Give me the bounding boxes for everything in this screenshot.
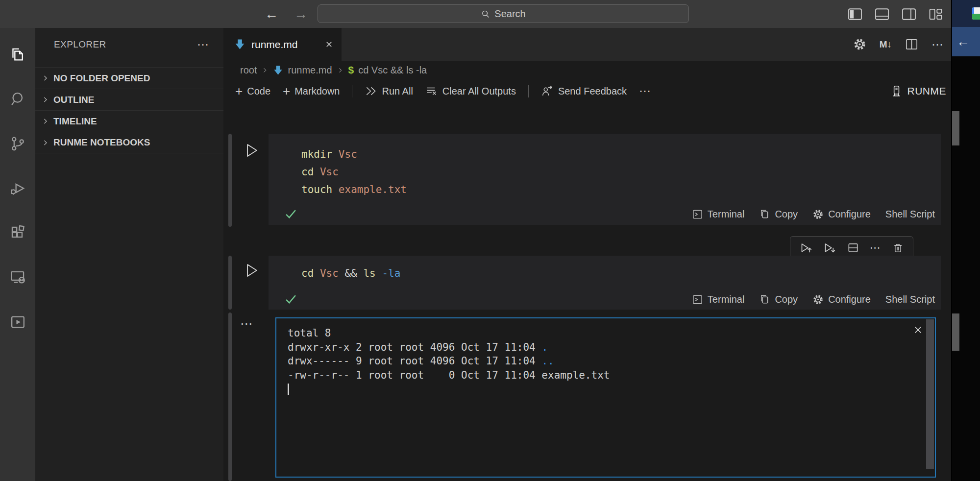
chevron-right-icon xyxy=(41,117,49,125)
terminal-cursor xyxy=(288,384,289,395)
cell1-run-button[interactable] xyxy=(243,142,260,159)
toggle-secondary-sidebar-icon[interactable] xyxy=(902,8,916,21)
breadcrumb-root[interactable]: root xyxy=(240,65,257,76)
extensions-icon[interactable] xyxy=(9,224,27,242)
toolbar-separator xyxy=(352,85,352,97)
calendar-app-icon xyxy=(972,7,980,20)
runme-brand-button[interactable]: RUNME xyxy=(890,84,947,98)
plus-icon: + xyxy=(235,86,243,96)
run-all-button[interactable]: Run All xyxy=(365,85,413,97)
cell2-terminal-button[interactable]: Terminal xyxy=(692,294,745,305)
cell2-focus-bar xyxy=(228,256,232,310)
notebook-settings-gear-icon[interactable] xyxy=(853,38,866,51)
vscode-window: ← → Search xyxy=(0,0,951,481)
execute-above-icon[interactable] xyxy=(800,241,813,255)
chevron-right-icon xyxy=(41,96,49,104)
chevron-right-icon xyxy=(41,139,49,147)
search-placeholder: Search xyxy=(494,8,525,20)
success-check-icon xyxy=(284,208,297,220)
nav-forward-icon[interactable]: → xyxy=(294,6,308,22)
notebook-toolbar: + Code + Markdown Run All xyxy=(223,79,951,103)
source-control-icon[interactable] xyxy=(9,135,27,153)
command-center-search[interactable]: Search xyxy=(318,4,689,23)
search-icon xyxy=(481,9,490,19)
runme-file-icon xyxy=(273,65,283,75)
open-as-markdown-icon[interactable]: M↓ xyxy=(880,39,892,50)
toolbar-more-actions-icon[interactable]: ⋯ xyxy=(639,84,652,98)
sidebar-section-outline[interactable]: OUTLINE xyxy=(35,89,223,110)
sidebar-section-timeline[interactable]: TIMELINE xyxy=(35,110,223,132)
breadcrumb-file[interactable]: runme.md xyxy=(288,65,332,76)
search-sidebar-icon[interactable] xyxy=(9,90,27,108)
adjacent-window-titlebar xyxy=(952,0,980,27)
cell1-terminal-button[interactable]: Terminal xyxy=(692,209,745,220)
cell1-code[interactable]: mkdir Vsc cd Vsc touch example.txt xyxy=(269,134,941,198)
execute-below-icon[interactable] xyxy=(823,241,836,255)
clear-all-outputs-button[interactable]: Clear All Outputs xyxy=(425,85,516,97)
add-markdown-cell-button[interactable]: + Markdown xyxy=(283,86,340,97)
cell-more-actions-icon[interactable]: ⋯ xyxy=(870,241,882,254)
section-label: OUTLINE xyxy=(53,95,94,105)
split-cell-icon[interactable] xyxy=(847,241,859,254)
runme-logo-icon xyxy=(890,84,903,98)
cell1-copy-button[interactable]: Copy xyxy=(759,209,798,220)
back-arrow-icon: ← xyxy=(956,34,970,49)
run-all-icon xyxy=(365,85,377,97)
notebook: mkdir Vsc cd Vsc touch example.txt Termi… xyxy=(223,103,951,481)
delete-cell-icon[interactable] xyxy=(892,242,904,254)
split-editor-icon[interactable] xyxy=(905,38,918,51)
nav-back-icon[interactable]: ← xyxy=(265,6,278,22)
section-label: NO FOLDER OPENED xyxy=(53,73,150,84)
cell-output[interactable]: total 8 drwxr-xr-x 2 root root 4096 Oct … xyxy=(275,317,936,478)
chevron-right-icon xyxy=(261,67,269,74)
output-focus-bar xyxy=(228,313,232,481)
cell2-run-button[interactable] xyxy=(243,262,260,279)
tab-runme-md[interactable]: runme.md xyxy=(223,28,342,61)
cell1-status-bar: Terminal Copy Configure xyxy=(269,203,941,225)
chevron-right-icon xyxy=(337,67,344,74)
section-label: TIMELINE xyxy=(53,116,97,127)
toggle-primary-sidebar-icon[interactable] xyxy=(848,8,862,21)
cell2-code[interactable]: cd Vsc && ls -la xyxy=(269,256,941,282)
sidebar-section-runme-notebooks[interactable]: RUNME NOTEBOOKS xyxy=(35,132,223,153)
cell1-configure-button[interactable]: Configure xyxy=(812,209,871,220)
adjacent-window-toolbar: ← xyxy=(952,27,980,56)
breadcrumb-command[interactable]: cd Vsc && ls -la xyxy=(358,65,427,76)
terminal-icon xyxy=(692,294,703,305)
customize-layout-icon[interactable] xyxy=(929,8,943,21)
sidebar-section-no-folder-opened[interactable]: NO FOLDER OPENED xyxy=(35,67,223,89)
explorer-icon[interactable] xyxy=(9,46,27,64)
editor-more-actions-icon[interactable]: ⋯ xyxy=(931,38,944,51)
runme-panel-icon[interactable] xyxy=(9,313,27,331)
section-label: RUNME NOTEBOOKS xyxy=(53,137,150,148)
copy-icon xyxy=(759,209,770,220)
close-output-icon[interactable] xyxy=(913,325,923,335)
sidebar-explorer: EXPLORER ⋯ NO FOLDER OPENED OUTLINE xyxy=(35,28,223,481)
code-cell-2[interactable]: cd Vsc && ls -la Terminal xyxy=(269,256,941,310)
tab-close-icon[interactable] xyxy=(324,40,334,49)
breadcrumb-prompt: $ xyxy=(348,64,354,76)
output-more-actions-icon[interactable]: ⋯ xyxy=(240,316,253,332)
remote-explorer-icon[interactable] xyxy=(9,268,27,287)
code-cell-1[interactable]: mkdir Vsc cd Vsc touch example.txt Termi… xyxy=(269,134,941,225)
titlebar: ← → Search xyxy=(0,0,951,28)
gear-icon xyxy=(812,209,824,220)
feedback-person-icon xyxy=(541,85,554,97)
cell2-language-picker[interactable]: Shell Script xyxy=(885,294,935,305)
tab-label: runme.md xyxy=(251,39,298,50)
cell1-language-picker[interactable]: Shell Script xyxy=(885,209,935,220)
gear-icon xyxy=(812,294,824,305)
run-and-debug-icon[interactable] xyxy=(9,179,27,197)
output-scrollbar[interactable] xyxy=(926,319,934,469)
add-code-cell-button[interactable]: + Code xyxy=(235,86,270,97)
cell2-copy-button[interactable]: Copy xyxy=(759,294,798,305)
runme-file-icon xyxy=(234,39,245,50)
cell2-configure-button[interactable]: Configure xyxy=(812,294,871,305)
activity-bar xyxy=(0,28,35,481)
toolbar-separator xyxy=(528,85,529,97)
send-feedback-button[interactable]: Send Feedback xyxy=(541,85,627,97)
screenshot-root: ← → Search xyxy=(0,0,980,481)
toggle-panel-icon[interactable] xyxy=(875,8,889,21)
terminal-icon xyxy=(692,209,703,220)
sidebar-more-actions-icon[interactable]: ⋯ xyxy=(197,38,210,51)
